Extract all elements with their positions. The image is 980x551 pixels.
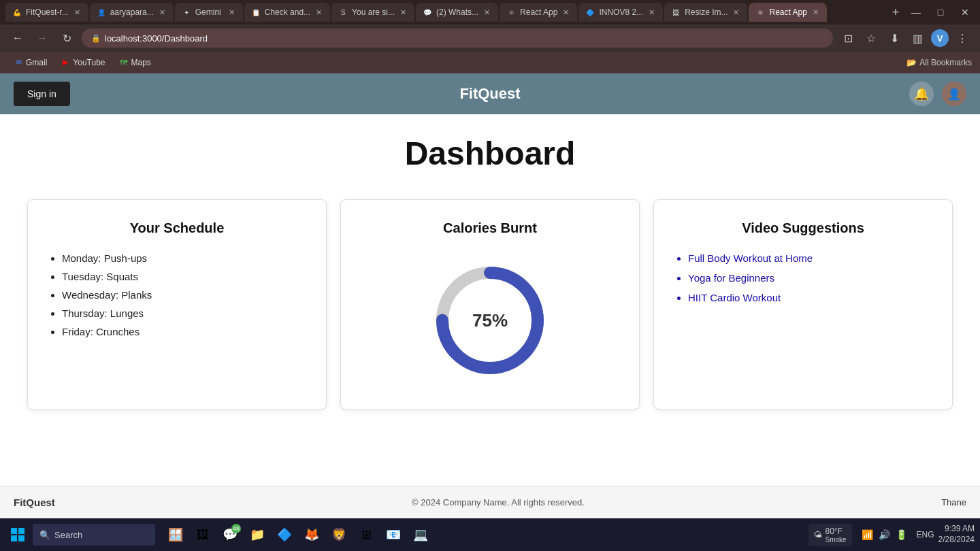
download-icon[interactable]: ⬇ <box>885 29 904 48</box>
video-suggestion-item[interactable]: Yoga for Beginners <box>688 272 932 284</box>
tab-fitquest1[interactable]: 💪 FitQuest-r... ✕ <box>5 3 88 22</box>
window-controls: — □ ✕ <box>906 3 975 22</box>
notification-button[interactable]: 🔔 <box>909 82 934 106</box>
bookmark-favicon: ✉ <box>14 58 23 67</box>
office-icon: 📧 <box>386 527 401 542</box>
wifi-icon[interactable]: 📶 <box>862 529 873 540</box>
app-title: FitQuest <box>459 85 520 103</box>
bookmark-label: Maps <box>131 58 151 67</box>
tab-close[interactable]: ✕ <box>732 7 740 18</box>
firefox-icon: 🦊 <box>304 527 319 542</box>
tab-close[interactable]: ✕ <box>483 7 491 18</box>
sound-icon[interactable]: 🔊 <box>879 529 890 540</box>
tab-close[interactable]: ✕ <box>158 7 167 18</box>
schedule-item: Monday: Push-ups <box>62 252 306 264</box>
schedule-card: Your Schedule Monday: Push-upsTuesday: S… <box>27 199 327 410</box>
footer-copyright: © 2024 Company Name. All rights reserved… <box>55 497 941 507</box>
taskbar-app-photos[interactable]: 🖼 <box>191 522 215 547</box>
forward-button[interactable]: → <box>33 29 52 48</box>
cast-icon[interactable]: ⊡ <box>838 29 858 48</box>
tab-innov8[interactable]: 🔷 INNOV8 2... ✕ <box>578 3 663 22</box>
maximize-button[interactable]: □ <box>931 3 950 22</box>
schedule-item: Thursday: Lunges <box>62 307 306 319</box>
profile-icon[interactable]: V <box>931 29 949 47</box>
reload-button[interactable]: ↻ <box>57 29 76 48</box>
tab-checkand[interactable]: 📋 Check and... ✕ <box>244 3 330 22</box>
svg-rect-4 <box>11 535 17 541</box>
bookmarks-container: ✉ Gmail ▶ YouTube 🗺 Maps <box>8 55 157 70</box>
bookmark-star-icon[interactable]: ☆ <box>862 29 881 48</box>
new-tab-button[interactable]: + <box>886 3 905 22</box>
schedule-list: Monday: Push-upsTuesday: SquatsWednesday… <box>48 252 306 337</box>
tab-close[interactable]: ✕ <box>227 7 236 18</box>
menu-icon[interactable]: ⋮ <box>953 29 972 48</box>
tab-gemini[interactable]: ✦ Gemini ✕ <box>175 3 243 22</box>
weather-icon: 🌤 <box>814 530 822 539</box>
tab-aaryapara[interactable]: 👤 aaryapara... ✕ <box>90 3 174 22</box>
tab-close[interactable]: ✕ <box>561 7 570 18</box>
tab-reactapp2[interactable]: ⚛ React App ✕ <box>749 3 826 22</box>
footer-location: Thane <box>941 497 966 507</box>
back-button[interactable]: ← <box>8 29 27 48</box>
photos-icon: 🖼 <box>197 528 209 542</box>
svg-rect-5 <box>18 535 24 541</box>
user-avatar[interactable]: 👤 <box>942 82 966 106</box>
sign-in-button[interactable]: Sign in <box>14 82 70 106</box>
vscode-icon: 💻 <box>413 527 428 542</box>
tab-youaresi[interactable]: S You are si... ✕ <box>331 3 414 22</box>
all-bookmarks-button[interactable]: 📂 All Bookmarks <box>906 58 972 67</box>
bookmark-youtube[interactable]: ▶ YouTube <box>55 55 110 70</box>
schedule-item: Friday: Crunches <box>62 326 306 337</box>
taskbar-time-display: 9:39 AM <box>938 524 975 535</box>
bell-icon: 🔔 <box>914 86 929 101</box>
taskbar-date-display: 2/28/2024 <box>938 535 975 546</box>
explorer-icon: 📁 <box>250 527 265 542</box>
taskbar-app-vscode[interactable]: 💻 <box>408 522 433 547</box>
tab-close[interactable]: ✕ <box>811 7 820 18</box>
taskbar-language[interactable]: ENG <box>917 530 934 539</box>
tab-favicon: ✦ <box>182 7 191 17</box>
weather-condition: Smoke <box>825 536 846 544</box>
video-suggestions-card: Video Suggestions Full Body Workout at H… <box>653 199 953 410</box>
minimize-button[interactable]: — <box>906 3 926 22</box>
bookmarks-bar: ✉ Gmail ▶ YouTube 🗺 Maps 📂 All Bookmarks <box>0 52 980 73</box>
taskbar-app-office[interactable]: 📧 <box>381 522 406 547</box>
taskbar-search[interactable]: 🔍 Search <box>33 524 155 546</box>
calories-card-title: Calories Burnt <box>361 220 619 236</box>
tab-title: (2) Whats... <box>436 7 478 17</box>
app-header: Sign in FitQuest 🔔 👤 <box>0 73 980 114</box>
page-title: Dashboard <box>14 135 966 172</box>
tab-close[interactable]: ✕ <box>314 7 323 18</box>
taskbar-weather[interactable]: 🌤 80°F Smoke <box>808 524 851 546</box>
taskbar-app-edge[interactable]: 🔷 <box>272 522 297 547</box>
donut-chart: 75% <box>429 259 551 382</box>
bookmark-label: YouTube <box>73 58 105 67</box>
taskbar-app-firefox[interactable]: 🦊 <box>299 522 324 547</box>
taskbar-app-whatsapp[interactable]: 💬48 <box>218 522 242 547</box>
calories-card: Calories Burnt 75% <box>340 199 640 410</box>
taskbar-app-brave[interactable]: 🦁 <box>327 522 351 547</box>
battery-icon[interactable]: 🔋 <box>896 529 907 540</box>
tab-close[interactable]: ✕ <box>73 7 82 18</box>
close-window-button[interactable]: ✕ <box>956 3 975 22</box>
tab-title: You are si... <box>352 7 395 17</box>
tab-close[interactable]: ✕ <box>399 7 408 18</box>
tab-resizeimg[interactable]: 🖼 Resize Im... ✕ <box>664 3 747 22</box>
temperature: 80°F <box>825 527 846 536</box>
taskbar-app-explorer[interactable]: 📁 <box>245 522 270 547</box>
tab-favicon: ⚛ <box>506 7 516 17</box>
url-bar[interactable]: 🔒 localhost:3000/Dashboard <box>82 29 833 48</box>
tab-whatsapp[interactable]: 💬 (2) Whats... ✕ <box>416 3 498 22</box>
taskbar-app-windows[interactable]: ⊞ <box>354 522 378 547</box>
taskbar-app-store[interactable]: 🪟 <box>163 522 188 547</box>
start-button[interactable] <box>5 522 30 547</box>
app-wrapper: Sign in FitQuest 🔔 👤 Dashboard Your Sche… <box>0 73 980 518</box>
donut-label: 75% <box>472 310 508 331</box>
bookmark-gmail[interactable]: ✉ Gmail <box>8 55 52 70</box>
video-suggestion-item[interactable]: Full Body Workout at Home <box>688 252 932 264</box>
tab-reactapp1[interactable]: ⚛ React App ✕ <box>500 3 577 22</box>
bookmark-maps[interactable]: 🗺 Maps <box>114 55 157 70</box>
sidebar-icon[interactable]: ▥ <box>908 29 927 48</box>
tab-close[interactable]: ✕ <box>647 7 656 18</box>
video-suggestion-item[interactable]: HIIT Cardio Workout <box>688 292 932 303</box>
